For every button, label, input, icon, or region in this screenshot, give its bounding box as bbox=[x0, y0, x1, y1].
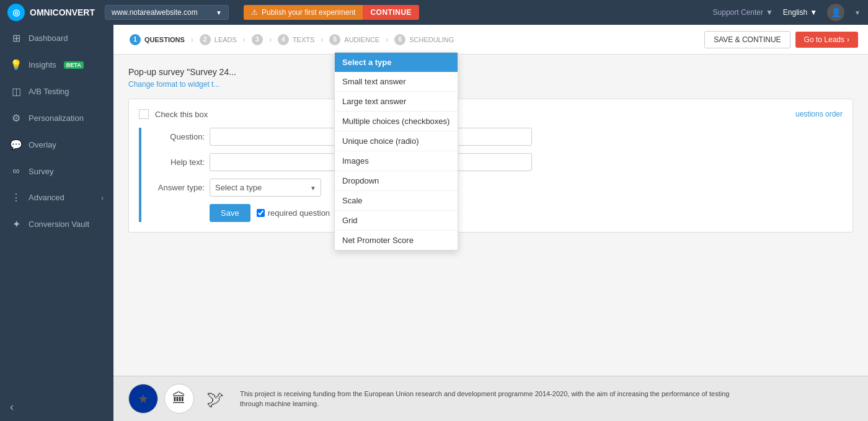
url-chevron: ▼ bbox=[216, 9, 222, 16]
advanced-icon: ⋮ bbox=[10, 192, 22, 203]
go-leads-chevron: › bbox=[847, 35, 849, 44]
survey-title: Pop-up survey "Survey 24... bbox=[128, 67, 853, 77]
step-num-6: 6 bbox=[394, 34, 405, 45]
answer-type-dropdown[interactable]: Select a type Small text answerLarge tex… bbox=[210, 179, 321, 197]
language-selector[interactable]: English ▼ bbox=[783, 8, 817, 17]
save-button[interactable]: Save bbox=[210, 204, 250, 222]
section-checkbox-label: Check this box bbox=[155, 110, 208, 119]
sidebar-item-survey[interactable]: ∞ Survey bbox=[0, 158, 113, 184]
save-row: Save required question bbox=[210, 204, 843, 222]
step-num-3: 3 bbox=[252, 34, 263, 45]
sidebar-item-label: Conversion Vault bbox=[29, 219, 89, 229]
questions-section: Check this box uestions order Question: … bbox=[128, 99, 853, 233]
conversion-vault-icon: ✦ bbox=[10, 218, 22, 230]
sidebar-item-conversion-vault[interactable]: ✦ Conversion Vault bbox=[0, 211, 113, 237]
sidebar-item-personalization[interactable]: ⚙ Personalization bbox=[0, 105, 113, 131]
footer: ★ 🏛 🕊 This project is receiving funding … bbox=[113, 376, 868, 421]
sidebar-item-label: Survey bbox=[29, 167, 53, 176]
step-3[interactable]: 3 bbox=[246, 34, 269, 45]
dropdown-item-multiple-choices[interactable]: Multiple choices (checkboxes) bbox=[335, 112, 458, 131]
dropdown-item-unique-choice[interactable]: Unique choice (radio) bbox=[335, 131, 458, 151]
ab-testing-icon: ◫ bbox=[10, 86, 22, 97]
ro-logo: 🏛 bbox=[164, 384, 194, 414]
step-num-5: 5 bbox=[329, 34, 340, 45]
question-label: Question: bbox=[149, 132, 205, 141]
section-header: Check this box uestions order bbox=[139, 109, 843, 119]
sidebar-item-label: Personalization bbox=[29, 113, 84, 123]
question-row: Question: bbox=[149, 128, 843, 146]
dropdown-item-large-text[interactable]: Large text answer bbox=[335, 92, 458, 112]
personalization-icon: ⚙ bbox=[10, 112, 22, 124]
answer-type-label: Answer type: bbox=[149, 183, 205, 192]
step-scheduling[interactable]: 6 SCHEDULING bbox=[388, 34, 460, 45]
step-label-5: AUDIENCE bbox=[344, 36, 379, 43]
sidebar-item-overlay[interactable]: 💬 Overlay bbox=[0, 131, 113, 158]
dashboard-icon: ⊞ bbox=[10, 32, 22, 44]
save-continue-button[interactable]: SAVE & CONTINUE bbox=[704, 31, 790, 48]
user-avatar[interactable]: 👤 bbox=[827, 4, 844, 21]
dropdown-item-dropdown[interactable]: Dropdown bbox=[335, 171, 458, 191]
sidebar-item-label: Dashboard bbox=[29, 33, 68, 43]
step-texts[interactable]: 4 TEXTS bbox=[272, 34, 321, 45]
sidebar-item-dashboard[interactable]: ⊞ Dashboard bbox=[0, 25, 113, 51]
dropdown-header: Select a type bbox=[335, 53, 458, 72]
support-chevron: ▼ bbox=[766, 8, 773, 17]
dropdown-item-small-text[interactable]: Small text answer bbox=[335, 72, 458, 92]
insights-icon: 💡 bbox=[10, 59, 22, 71]
support-center[interactable]: Support Center ▼ bbox=[713, 8, 773, 17]
step-num-4: 4 bbox=[278, 34, 289, 45]
step-label-4: TEXTS bbox=[293, 36, 314, 43]
bird-logo: 🕊 bbox=[200, 384, 230, 414]
dropdown-item-grid[interactable]: Grid bbox=[335, 211, 458, 231]
help-text-row: Help text: bbox=[149, 153, 843, 171]
url-text: www.notarealwebsite.com bbox=[112, 8, 198, 17]
sidebar-item-label: Advanced bbox=[29, 193, 64, 202]
question-block: Question: Help text: Answer type: Select… bbox=[139, 128, 843, 222]
help-text-label: Help text: bbox=[149, 157, 205, 167]
section-checkbox[interactable] bbox=[139, 109, 149, 119]
sidebar-item-insights[interactable]: 💡 Insights BETA bbox=[0, 51, 113, 78]
step-nav: 1 QUESTIONS › 2 LEADS › 3 › 4 TEXTS › 5 … bbox=[113, 25, 868, 55]
required-checkbox[interactable] bbox=[257, 209, 265, 217]
sidebar-item-label: Insights bbox=[29, 60, 56, 69]
step-label-2: LEADS bbox=[215, 36, 237, 43]
logo[interactable]: ◎ OMNICONVERT bbox=[7, 4, 95, 21]
lang-chevron: ▼ bbox=[810, 8, 817, 17]
step-num-2: 2 bbox=[200, 34, 211, 45]
step-leads[interactable]: 2 LEADS bbox=[193, 34, 243, 45]
dropdown-item-scale[interactable]: Scale bbox=[335, 191, 458, 211]
questions-order-link[interactable]: uestions order bbox=[795, 110, 843, 118]
url-selector[interactable]: www.notarealwebsite.com ▼ bbox=[105, 5, 229, 20]
dropdown-item-nps[interactable]: Net Promoter Score bbox=[335, 231, 458, 250]
publish-label: ⚠ Publish your first experiment bbox=[244, 5, 363, 20]
survey-format-link[interactable]: Change format to widget t... bbox=[128, 80, 219, 89]
topbar: ◎ OMNICONVERT www.notarealwebsite.com ▼ … bbox=[0, 0, 868, 25]
survey-icon: ∞ bbox=[10, 166, 22, 177]
dropdown-item-images[interactable]: Images bbox=[335, 151, 458, 171]
warning-icon: ⚠ bbox=[251, 8, 258, 17]
step-label-6: SCHEDULING bbox=[409, 36, 454, 43]
step-questions[interactable]: 1 QUESTIONS bbox=[123, 34, 191, 45]
logo-icon: ◎ bbox=[7, 4, 25, 21]
answer-type-dropdown-overlay: Select a type Small text answer Large te… bbox=[334, 52, 458, 250]
eu-logo: ★ bbox=[128, 384, 158, 414]
main-content: 1 QUESTIONS › 2 LEADS › 3 › 4 TEXTS › 5 … bbox=[113, 25, 868, 421]
sidebar-item-label: A/B Testing bbox=[29, 87, 69, 96]
footer-text: This project is receiving funding from t… bbox=[240, 389, 736, 409]
step-audience[interactable]: 5 AUDIENCE bbox=[323, 34, 386, 45]
beta-badge: BETA bbox=[64, 61, 84, 69]
overlay-icon: 💬 bbox=[10, 139, 22, 151]
sidebar-item-ab-testing[interactable]: ◫ A/B Testing bbox=[0, 78, 113, 105]
go-leads-button[interactable]: Go to Leads › bbox=[795, 32, 858, 48]
required-checkbox-group: required question bbox=[257, 208, 330, 218]
content-area: Pop-up survey "Survey 24... Change forma… bbox=[113, 55, 868, 376]
advanced-chevron: › bbox=[101, 194, 104, 202]
sidebar-item-advanced[interactable]: ⋮ Advanced › bbox=[0, 184, 113, 211]
logo-text: OMNICONVERT bbox=[30, 7, 95, 17]
sidebar-collapse-btn[interactable]: ‹ bbox=[0, 393, 113, 421]
step-label-1: QUESTIONS bbox=[144, 36, 185, 43]
answer-type-row: Answer type: Select a type Small text an… bbox=[149, 179, 843, 197]
sidebar: ⊞ Dashboard 💡 Insights BETA ◫ A/B Testin… bbox=[0, 25, 113, 421]
answer-type-select-wrapper: Select a type Small text answerLarge tex… bbox=[210, 179, 321, 197]
continue-button[interactable]: CONTINUE bbox=[363, 5, 419, 20]
